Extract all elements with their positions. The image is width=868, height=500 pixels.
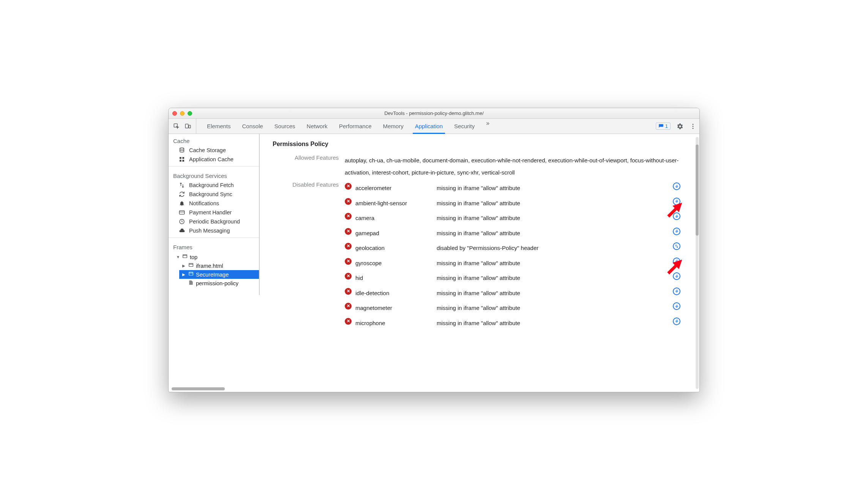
clock-icon — [178, 219, 185, 225]
feature-reason: disabled by "Permissions-Policy" header — [437, 242, 671, 254]
scrollbar-thumb[interactable] — [696, 145, 699, 236]
svg-rect-8 — [182, 157, 184, 159]
tab-application[interactable]: Application — [415, 120, 443, 132]
feature-name: microphone — [355, 317, 435, 329]
sync-icon — [178, 191, 185, 197]
sidebar-item-push-messaging[interactable]: Push Messaging — [169, 226, 259, 235]
feature-name: geolocation — [355, 242, 435, 254]
tab-performance[interactable]: Performance — [339, 120, 372, 132]
main-panel[interactable]: Permissions Policy Allowed Features auto… — [260, 134, 699, 392]
annotation-arrow-icon — [663, 255, 684, 277]
device-toggle-icon[interactable] — [185, 123, 191, 130]
sidebar-item-notifications[interactable]: Notifications — [169, 199, 259, 208]
sidebar-item-label: Application Cache — [189, 156, 234, 162]
frame-icon — [188, 263, 194, 269]
tab-memory[interactable]: Memory — [383, 120, 404, 132]
traffic-lights — [172, 111, 192, 116]
network-link-icon[interactable] — [673, 242, 680, 250]
grid-icon — [178, 156, 185, 162]
sidebar-scrollbar[interactable] — [172, 387, 225, 390]
feature-reason: missing in iframe "allow" attribute — [437, 317, 671, 329]
database-icon — [178, 147, 185, 153]
sidebar-item-bg-sync[interactable]: Background Sync — [169, 190, 259, 199]
feature-reason: missing in iframe "allow" attribute — [437, 287, 671, 299]
gear-icon[interactable] — [677, 123, 683, 130]
tabs-overflow-icon[interactable]: » — [486, 120, 489, 132]
feature-name: accelerometer — [355, 182, 435, 194]
error-icon: ✕ — [345, 288, 352, 295]
tab-console[interactable]: Console — [242, 120, 263, 132]
inspect-icon[interactable] — [173, 123, 180, 130]
svg-point-3 — [693, 124, 694, 125]
window-icon — [182, 254, 188, 260]
error-icon: ✕ — [345, 183, 352, 190]
sidebar-item-label: Background Sync — [189, 191, 232, 197]
main-scrollbar[interactable] — [696, 137, 699, 389]
file-icon — [188, 280, 194, 286]
tab-sources[interactable]: Sources — [275, 120, 295, 132]
feature-name: gyroscope — [355, 257, 435, 269]
minimize-icon[interactable] — [180, 111, 185, 116]
code-link-icon[interactable]: ‹/› — [673, 228, 680, 235]
feature-reason: missing in iframe "allow" attribute — [437, 212, 671, 224]
updown-icon — [178, 182, 185, 188]
disabled-feature-row: ✕gamepadmissing in iframe "allow" attrib… — [345, 226, 688, 240]
svg-rect-1 — [185, 124, 188, 128]
sidebar-item-label: Cache Storage — [189, 147, 226, 153]
tab-security[interactable]: Security — [454, 120, 475, 132]
sidebar-section-bg-services: Background Services — [169, 169, 259, 181]
frame-top[interactable]: ▼ top — [173, 253, 259, 261]
issues-button[interactable]: 1 — [656, 123, 671, 130]
disabled-feature-row: ✕accelerometermissing in iframe "allow" … — [345, 181, 688, 195]
feature-reason: missing in iframe "allow" attribute — [437, 197, 671, 209]
svg-point-6 — [180, 148, 184, 149]
sidebar-item-bg-fetch[interactable]: Background Fetch — [169, 181, 259, 190]
annotation-arrow-icon — [663, 198, 684, 220]
sidebar-item-periodic-bg[interactable]: Periodic Background — [169, 217, 259, 226]
frame-iframe-html[interactable]: ▶ iframe.html — [179, 261, 259, 270]
sidebar[interactable]: Cache Cache Storage Application Cache Ba… — [169, 134, 260, 295]
bell-icon — [178, 200, 185, 206]
error-icon: ✕ — [345, 273, 352, 280]
page-title: Permissions Policy — [273, 141, 688, 148]
sidebar-item-cache-storage[interactable]: Cache Storage — [169, 146, 259, 155]
frame-icon — [188, 271, 194, 278]
allowed-features-label: Allowed Features — [273, 154, 345, 161]
sidebar-item-payment-handler[interactable]: Payment Handler — [169, 208, 259, 217]
feature-name: magnetometer — [355, 302, 435, 314]
close-icon[interactable] — [172, 111, 177, 116]
zoom-icon[interactable] — [188, 111, 192, 116]
svg-rect-11 — [179, 211, 184, 214]
code-link-icon[interactable]: ‹/› — [673, 288, 680, 295]
frame-file[interactable]: permission-policy — [179, 279, 259, 288]
disabled-feature-row: ✕idle-detectionmissing in iframe "allow"… — [345, 286, 688, 300]
error-icon: ✕ — [345, 198, 352, 205]
sidebar-item-label: Notifications — [189, 200, 219, 206]
frame-label: iframe.html — [196, 263, 223, 269]
code-link-icon[interactable]: ‹/› — [673, 302, 680, 310]
tab-elements[interactable]: Elements — [207, 120, 231, 132]
sidebar-item-label: Push Messaging — [189, 228, 230, 234]
disabled-feature-row: ✕geolocationdisabled by "Permissions-Pol… — [345, 241, 688, 255]
sidebar-item-application-cache[interactable]: Application Cache — [169, 155, 259, 164]
svg-rect-2 — [189, 125, 191, 128]
panel-tabs: Elements Console Sources Network Perform… — [200, 120, 648, 132]
sidebar-item-label: Payment Handler — [189, 209, 232, 215]
tab-network[interactable]: Network — [307, 120, 328, 132]
kebab-icon[interactable] — [690, 123, 696, 130]
cloud-icon — [178, 228, 185, 234]
error-icon: ✕ — [345, 258, 352, 265]
svg-rect-14 — [189, 263, 193, 266]
disabled-feature-row: ✕cameramissing in iframe "allow" attribu… — [345, 211, 688, 225]
code-link-icon[interactable]: ‹/› — [673, 182, 680, 190]
svg-rect-9 — [180, 160, 181, 162]
feature-reason: missing in iframe "allow" attribute — [437, 302, 671, 314]
window-title: DevTools - permission-policy-demo.glitch… — [169, 110, 699, 116]
devtools-window: DevTools - permission-policy-demo.glitch… — [168, 108, 700, 392]
svg-rect-13 — [183, 255, 187, 258]
frame-label: SecureImage — [196, 272, 229, 278]
feature-name: idle-detection — [355, 287, 435, 299]
code-link-icon[interactable]: ‹/› — [673, 318, 680, 325]
allowed-features-value: autoplay, ch-ua, ch-ua-mobile, document-… — [345, 154, 688, 178]
frame-secureimage[interactable]: ▶ SecureImage — [179, 270, 259, 279]
